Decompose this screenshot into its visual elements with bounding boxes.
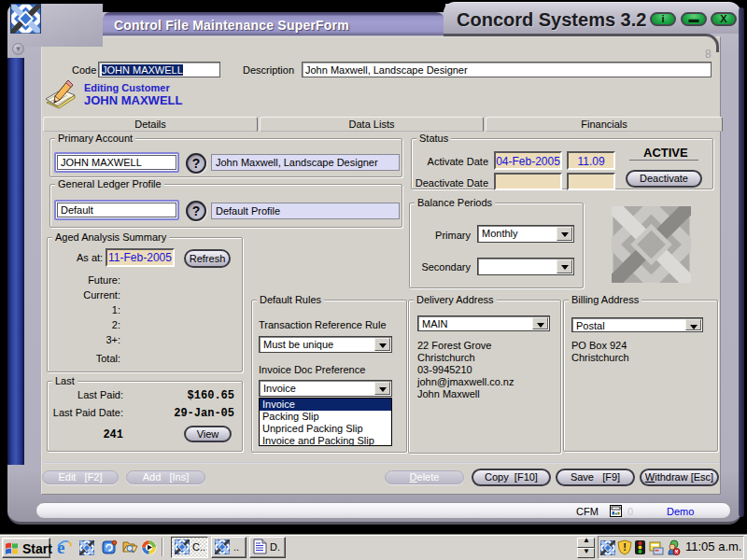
- svg-text:!: !: [623, 541, 627, 553]
